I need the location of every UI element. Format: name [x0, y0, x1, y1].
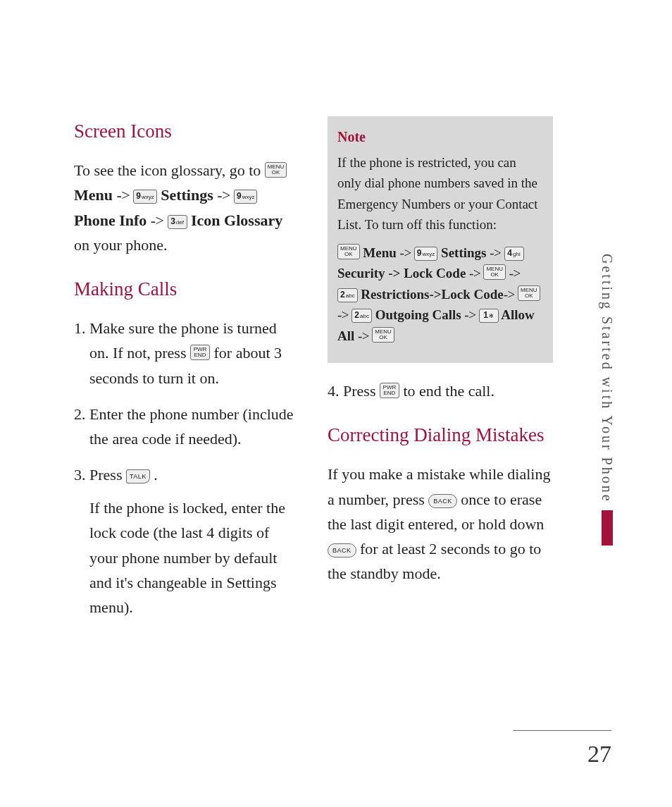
back-key-icon: BACK — [428, 494, 457, 508]
text: for at least 2 seconds to go to the stan… — [328, 540, 541, 582]
seq-outgoing: Outgoing Calls — [375, 307, 461, 322]
menu-ok-key-icon: MENUOK — [518, 285, 540, 301]
seq-security: Security -> Lock Code — [337, 266, 466, 281]
arrow-icon: -> — [509, 266, 521, 281]
list-item: Make sure the phone is turned on. If not… — [89, 316, 299, 390]
note-sequence: MENUOK Menu -> 9wxyz Settings -> 4ghi Se… — [337, 242, 543, 346]
menu-ok-key-icon: MENUOK — [265, 162, 287, 178]
seq-icon-glossary: Icon Glossary — [191, 211, 282, 229]
heading-making-calls: Making Calls — [74, 274, 299, 304]
para-icon-glossary: To see the icon glossary, go to MENUOK M… — [74, 158, 299, 257]
heading-correcting: Correcting Dialing Mistakes — [328, 420, 553, 450]
text: on your phone. — [74, 236, 168, 254]
key-4-icon: 4ghi — [504, 247, 524, 261]
section-side-tab: Getting Started with Your Phone — [599, 254, 616, 546]
key-1-icon: 1✻ — [479, 309, 499, 323]
key-9-icon: 9wxyz — [414, 247, 437, 261]
talk-key-icon: TALK — [126, 469, 150, 483]
seq-menu: Menu — [363, 245, 397, 260]
seq-settings: Settings — [161, 186, 213, 204]
menu-ok-key-icon: MENUOK — [372, 327, 394, 343]
side-tab-label: Getting Started with Your Phone — [599, 254, 615, 503]
side-tab-marker — [602, 510, 613, 546]
arrow-icon: -> — [358, 328, 372, 343]
footer-rule — [513, 730, 611, 731]
key-9-icon: 9wxyz — [234, 190, 257, 204]
list-item: Enter the phone number (include the area… — [89, 402, 299, 451]
note-box: Note If the phone is restricted, you can… — [328, 116, 553, 363]
list-item: Press TALK . — [89, 462, 299, 487]
seq-settings: Settings — [441, 245, 486, 260]
seq-restrictions: Restrictions->Lock Code — [361, 287, 503, 302]
page-body: Screen Icons To see the icon glossary, g… — [74, 116, 553, 680]
arrow-icon: -> — [337, 307, 351, 322]
arrow-icon: -> — [490, 245, 504, 260]
key-2-icon: 2abc — [351, 309, 372, 323]
text: to end the call. — [403, 382, 494, 400]
arrow-icon: -> — [504, 287, 518, 302]
menu-ok-key-icon: MENUOK — [483, 264, 506, 280]
arrow-icon: -> — [117, 186, 134, 204]
note-body: If the phone is restricted, you can only… — [337, 152, 543, 235]
arrow-icon: -> — [217, 186, 234, 204]
arrow-icon: -> — [151, 211, 168, 229]
page-number: 27 — [587, 741, 611, 768]
key-9-icon: 9wxyz — [133, 190, 156, 204]
text: 4. Press — [328, 382, 380, 400]
menu-ok-key-icon: MENUOK — [337, 244, 360, 259]
pwr-end-key-icon: PWREND — [190, 345, 210, 360]
para-locked: If the phone is locked, enter the lock c… — [74, 495, 299, 620]
text: . — [154, 466, 158, 483]
text: Press — [89, 466, 126, 483]
step-4: 4. Press PWREND to end the call. — [328, 378, 553, 403]
making-calls-list: Make sure the phone is turned on. If not… — [74, 316, 299, 487]
arrow-icon: -> — [464, 307, 478, 322]
manual-page: Screen Icons To see the icon glossary, g… — [0, 0, 672, 807]
key-3-icon: 3def — [168, 215, 187, 229]
note-title: Note — [337, 126, 543, 148]
arrow-icon: -> — [400, 245, 414, 260]
heading-screen-icons: Screen Icons — [74, 116, 299, 147]
key-2-icon: 2abc — [337, 288, 358, 302]
seq-menu: Menu — [74, 186, 113, 204]
seq-phone-info: Phone Info — [74, 211, 147, 229]
pwr-end-key-icon: PWREND — [380, 383, 399, 398]
para-correcting: If you make a mistake while dialing a nu… — [328, 462, 553, 586]
back-key-icon: BACK — [328, 543, 356, 557]
text: To see the icon glossary, go to — [74, 161, 265, 179]
arrow-icon: -> — [469, 266, 483, 281]
